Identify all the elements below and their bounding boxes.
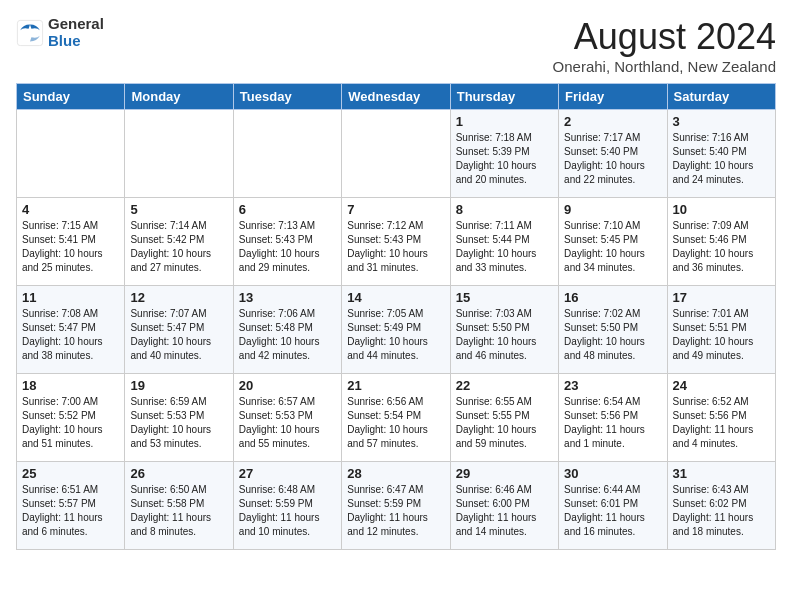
title-block: August 2024 Onerahi, Northland, New Zeal… (553, 16, 776, 75)
day-info-24: Sunrise: 6:52 AM Sunset: 5:56 PM Dayligh… (673, 395, 770, 451)
cell-3-3: 21Sunrise: 6:56 AM Sunset: 5:54 PM Dayli… (342, 374, 450, 462)
day-number-2: 2 (564, 114, 661, 129)
day-number-28: 28 (347, 466, 444, 481)
week-row-2: 11Sunrise: 7:08 AM Sunset: 5:47 PM Dayli… (17, 286, 776, 374)
day-info-17: Sunrise: 7:01 AM Sunset: 5:51 PM Dayligh… (673, 307, 770, 363)
cell-4-2: 27Sunrise: 6:48 AM Sunset: 5:59 PM Dayli… (233, 462, 341, 550)
cell-4-0: 25Sunrise: 6:51 AM Sunset: 5:57 PM Dayli… (17, 462, 125, 550)
day-info-30: Sunrise: 6:44 AM Sunset: 6:01 PM Dayligh… (564, 483, 661, 539)
week-row-3: 18Sunrise: 7:00 AM Sunset: 5:52 PM Dayli… (17, 374, 776, 462)
day-info-3: Sunrise: 7:16 AM Sunset: 5:40 PM Dayligh… (673, 131, 770, 187)
header-monday: Monday (125, 84, 233, 110)
cell-1-5: 9Sunrise: 7:10 AM Sunset: 5:45 PM Daylig… (559, 198, 667, 286)
header-tuesday: Tuesday (233, 84, 341, 110)
cell-1-0: 4Sunrise: 7:15 AM Sunset: 5:41 PM Daylig… (17, 198, 125, 286)
cell-1-6: 10Sunrise: 7:09 AM Sunset: 5:46 PM Dayli… (667, 198, 775, 286)
day-info-26: Sunrise: 6:50 AM Sunset: 5:58 PM Dayligh… (130, 483, 227, 539)
calendar-subtitle: Onerahi, Northland, New Zealand (553, 58, 776, 75)
day-number-17: 17 (673, 290, 770, 305)
day-info-19: Sunrise: 6:59 AM Sunset: 5:53 PM Dayligh… (130, 395, 227, 451)
cell-1-3: 7Sunrise: 7:12 AM Sunset: 5:43 PM Daylig… (342, 198, 450, 286)
cell-2-5: 16Sunrise: 7:02 AM Sunset: 5:50 PM Dayli… (559, 286, 667, 374)
day-number-15: 15 (456, 290, 553, 305)
page-header: General Blue August 2024 Onerahi, Northl… (16, 16, 776, 75)
cell-2-3: 14Sunrise: 7:05 AM Sunset: 5:49 PM Dayli… (342, 286, 450, 374)
day-info-21: Sunrise: 6:56 AM Sunset: 5:54 PM Dayligh… (347, 395, 444, 451)
day-info-18: Sunrise: 7:00 AM Sunset: 5:52 PM Dayligh… (22, 395, 119, 451)
logo-general-text: General (48, 16, 104, 33)
day-number-9: 9 (564, 202, 661, 217)
header-saturday: Saturday (667, 84, 775, 110)
day-number-10: 10 (673, 202, 770, 217)
cell-4-1: 26Sunrise: 6:50 AM Sunset: 5:58 PM Dayli… (125, 462, 233, 550)
day-number-8: 8 (456, 202, 553, 217)
cell-2-6: 17Sunrise: 7:01 AM Sunset: 5:51 PM Dayli… (667, 286, 775, 374)
day-number-12: 12 (130, 290, 227, 305)
day-info-5: Sunrise: 7:14 AM Sunset: 5:42 PM Dayligh… (130, 219, 227, 275)
day-info-7: Sunrise: 7:12 AM Sunset: 5:43 PM Dayligh… (347, 219, 444, 275)
day-number-5: 5 (130, 202, 227, 217)
day-number-19: 19 (130, 378, 227, 393)
day-info-12: Sunrise: 7:07 AM Sunset: 5:47 PM Dayligh… (130, 307, 227, 363)
header-friday: Friday (559, 84, 667, 110)
day-number-22: 22 (456, 378, 553, 393)
cell-0-0 (17, 110, 125, 198)
cell-0-3 (342, 110, 450, 198)
day-number-1: 1 (456, 114, 553, 129)
day-info-27: Sunrise: 6:48 AM Sunset: 5:59 PM Dayligh… (239, 483, 336, 539)
day-number-6: 6 (239, 202, 336, 217)
cell-4-5: 30Sunrise: 6:44 AM Sunset: 6:01 PM Dayli… (559, 462, 667, 550)
logo-text: General Blue (48, 16, 104, 49)
cell-3-2: 20Sunrise: 6:57 AM Sunset: 5:53 PM Dayli… (233, 374, 341, 462)
day-info-16: Sunrise: 7:02 AM Sunset: 5:50 PM Dayligh… (564, 307, 661, 363)
cell-2-1: 12Sunrise: 7:07 AM Sunset: 5:47 PM Dayli… (125, 286, 233, 374)
logo-icon (16, 19, 44, 47)
day-info-15: Sunrise: 7:03 AM Sunset: 5:50 PM Dayligh… (456, 307, 553, 363)
day-number-16: 16 (564, 290, 661, 305)
logo: General Blue (16, 16, 104, 49)
day-info-23: Sunrise: 6:54 AM Sunset: 5:56 PM Dayligh… (564, 395, 661, 451)
day-info-13: Sunrise: 7:06 AM Sunset: 5:48 PM Dayligh… (239, 307, 336, 363)
day-info-31: Sunrise: 6:43 AM Sunset: 6:02 PM Dayligh… (673, 483, 770, 539)
day-number-3: 3 (673, 114, 770, 129)
header-sunday: Sunday (17, 84, 125, 110)
day-number-4: 4 (22, 202, 119, 217)
day-number-21: 21 (347, 378, 444, 393)
calendar-header: Sunday Monday Tuesday Wednesday Thursday… (17, 84, 776, 110)
day-number-20: 20 (239, 378, 336, 393)
day-info-28: Sunrise: 6:47 AM Sunset: 5:59 PM Dayligh… (347, 483, 444, 539)
day-number-11: 11 (22, 290, 119, 305)
cell-3-5: 23Sunrise: 6:54 AM Sunset: 5:56 PM Dayli… (559, 374, 667, 462)
day-info-4: Sunrise: 7:15 AM Sunset: 5:41 PM Dayligh… (22, 219, 119, 275)
week-row-1: 4Sunrise: 7:15 AM Sunset: 5:41 PM Daylig… (17, 198, 776, 286)
day-info-8: Sunrise: 7:11 AM Sunset: 5:44 PM Dayligh… (456, 219, 553, 275)
calendar-title: August 2024 (553, 16, 776, 58)
logo-blue-text: Blue (48, 33, 104, 50)
header-thursday: Thursday (450, 84, 558, 110)
cell-1-1: 5Sunrise: 7:14 AM Sunset: 5:42 PM Daylig… (125, 198, 233, 286)
day-info-14: Sunrise: 7:05 AM Sunset: 5:49 PM Dayligh… (347, 307, 444, 363)
cell-3-4: 22Sunrise: 6:55 AM Sunset: 5:55 PM Dayli… (450, 374, 558, 462)
cell-4-4: 29Sunrise: 6:46 AM Sunset: 6:00 PM Dayli… (450, 462, 558, 550)
cell-0-2 (233, 110, 341, 198)
day-info-22: Sunrise: 6:55 AM Sunset: 5:55 PM Dayligh… (456, 395, 553, 451)
day-number-31: 31 (673, 466, 770, 481)
cell-1-2: 6Sunrise: 7:13 AM Sunset: 5:43 PM Daylig… (233, 198, 341, 286)
cell-3-1: 19Sunrise: 6:59 AM Sunset: 5:53 PM Dayli… (125, 374, 233, 462)
day-info-29: Sunrise: 6:46 AM Sunset: 6:00 PM Dayligh… (456, 483, 553, 539)
cell-2-0: 11Sunrise: 7:08 AM Sunset: 5:47 PM Dayli… (17, 286, 125, 374)
day-number-30: 30 (564, 466, 661, 481)
cell-1-4: 8Sunrise: 7:11 AM Sunset: 5:44 PM Daylig… (450, 198, 558, 286)
cell-4-6: 31Sunrise: 6:43 AM Sunset: 6:02 PM Dayli… (667, 462, 775, 550)
calendar-body: 1Sunrise: 7:18 AM Sunset: 5:39 PM Daylig… (17, 110, 776, 550)
cell-0-4: 1Sunrise: 7:18 AM Sunset: 5:39 PM Daylig… (450, 110, 558, 198)
day-number-7: 7 (347, 202, 444, 217)
day-number-27: 27 (239, 466, 336, 481)
cell-4-3: 28Sunrise: 6:47 AM Sunset: 5:59 PM Dayli… (342, 462, 450, 550)
svg-rect-0 (17, 20, 42, 45)
day-number-25: 25 (22, 466, 119, 481)
cell-3-6: 24Sunrise: 6:52 AM Sunset: 5:56 PM Dayli… (667, 374, 775, 462)
week-row-0: 1Sunrise: 7:18 AM Sunset: 5:39 PM Daylig… (17, 110, 776, 198)
cell-0-1 (125, 110, 233, 198)
day-info-9: Sunrise: 7:10 AM Sunset: 5:45 PM Dayligh… (564, 219, 661, 275)
